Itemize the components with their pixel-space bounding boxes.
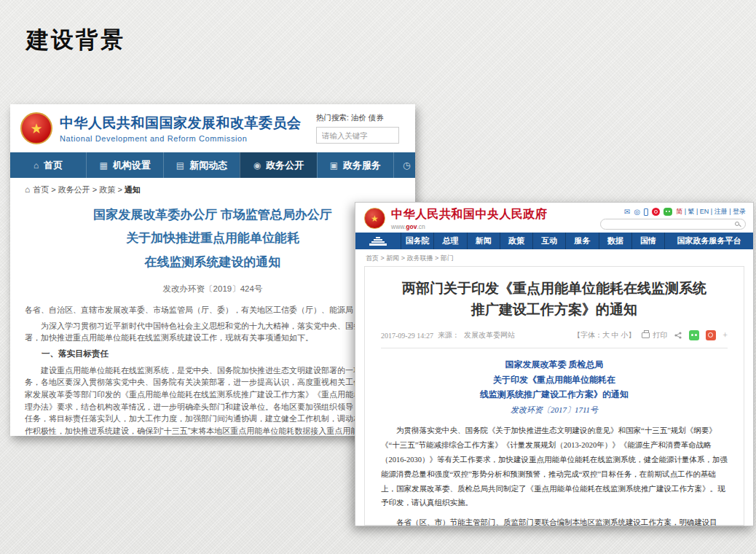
gov-window: ★ 中华人民共和国中央人民政府 www.gov.cn ✉ ◎ 简 | 繁 | E…	[355, 202, 754, 526]
language-links[interactable]: 简 | 繁 | EN | 注册 | 登录	[676, 207, 746, 216]
nav-item-services[interactable]: 服务	[565, 233, 598, 249]
document-number: 发改环资〔2017〕1711号	[381, 405, 728, 416]
institution-icon: ▦	[99, 160, 107, 171]
document-title-line: 国家发展改革委办公厅 市场监管总局办公厅	[25, 203, 401, 227]
ndrc-site-titles: 中华人民共和国国家发展和改革委员会 National Development a…	[60, 114, 302, 143]
section-heading-1: 一、落实目标责任	[25, 348, 401, 360]
ndrc-header-right: 热门搜索: 油价 债券	[316, 113, 405, 144]
document-title-line: 在线监测系统建设的通知	[25, 251, 401, 274]
breadcrumb-current: 通知	[125, 185, 141, 194]
search-icon	[735, 222, 739, 226]
mobile-icon[interactable]	[644, 208, 648, 216]
article-meta: 2017-09-29 14:27 来源： 发展改革委网站 【字体：大 中 小】 …	[381, 330, 728, 341]
nav-item-home[interactable]: ⌂ 首页	[10, 152, 86, 178]
printer-icon	[642, 332, 650, 338]
salutation: 各省、自治区、直辖市发展改革委、市场监管局（厅、委），有关地区工信委（厅）、能源…	[25, 304, 401, 316]
document-number: 发改办环资〔2019〕424号	[25, 284, 401, 294]
nav-item-label: 政务服务	[343, 159, 381, 172]
nav-item-disclosure[interactable]: ◉ 政务公开	[240, 152, 316, 178]
share-wechat-icon[interactable]	[689, 330, 699, 340]
nav-item-services[interactable]: ▣ 政务服务	[317, 152, 393, 178]
nav-item-label: 首页	[44, 159, 63, 172]
gov-site-url: www.gov.cn	[391, 223, 548, 230]
document-body: 为贯彻落实党中央、国务院《关于加快推进生态文明建设的意见》和国家“十三五”规划《…	[381, 424, 728, 526]
nav-item-premier[interactable]: 总理	[433, 233, 466, 249]
wechat-icon[interactable]	[664, 208, 672, 216]
article-meta-left: 2017-09-29 14:27 来源： 发展改革委网站	[381, 330, 515, 340]
article-title: 两部门关于印发《重点用能单位能耗在线监测系统推广建设工作方案》的通知	[381, 278, 728, 321]
home-icon: ⌂	[25, 184, 30, 195]
nav-item-label: 机构设置	[113, 159, 151, 172]
font-size-widget[interactable]: 【字体：大 中 小】	[573, 330, 635, 340]
document-title-line: 关于加快推进重点用能单位能耗	[25, 227, 401, 250]
paragraph: 建设重点用能单位能耗在线监测系统，是党中央、国务院加快推进生态文明建设部署的一项…	[25, 364, 401, 436]
article-meta-right: 【字体：大 中 小】 打印 +	[573, 330, 728, 341]
services-icon: ▣	[330, 160, 338, 171]
gov-header-icons: ✉ ◎ 简 | 繁 | EN | 注册 | 登录	[624, 207, 746, 216]
paragraph: 各省（区、市）节能主管部门、质监部门要联合编制本地区监测系统建设工作方案，明确建…	[381, 515, 728, 526]
ndrc-emblem-logo: ★	[20, 112, 52, 144]
ndrc-site-title: 中华人民共和国国家发展和改革委员会	[60, 114, 302, 133]
hot-search-label[interactable]: 热门搜索: 油价 债券	[316, 113, 405, 123]
clock-icon: ◷	[403, 160, 410, 171]
nav-item-institutions[interactable]: ▦ 机构设置	[86, 152, 162, 178]
share-weibo-icon[interactable]	[706, 330, 716, 340]
breadcrumb[interactable]: 首页 > 新闻 > 政务联播 > 部门	[355, 249, 753, 266]
document-heading: 国家发展改革委 质检总局 关于印发《重点用能单位能耗在 线监测系统推广建设工作方…	[381, 357, 728, 402]
news-icon: ▤	[176, 160, 184, 171]
nav-item-home[interactable]	[355, 233, 401, 249]
nav-item-news[interactable]: ▤ 新闻动态	[163, 152, 240, 178]
document-heading-line: 关于印发《重点用能单位能耗在	[381, 372, 728, 388]
weibo-icon[interactable]	[652, 208, 660, 216]
nav-item-interaction[interactable]: 互动	[532, 233, 565, 249]
nav-item-more[interactable]: ◷	[393, 152, 415, 178]
gov-header-right: ✉ ◎ 简 | 繁 | EN | 注册 | 登录	[600, 207, 746, 230]
emblem-star-icon: ★	[371, 214, 379, 223]
search-input[interactable]	[316, 127, 399, 144]
share-more-button[interactable]: +	[722, 330, 728, 341]
source-link[interactable]: 发展改革委网站	[464, 330, 515, 340]
nav-item-label: 政务公开	[266, 159, 304, 172]
divider	[381, 348, 728, 348]
gov-emblem-logo: ★	[364, 208, 385, 229]
nav-item-news[interactable]: 新闻	[467, 233, 500, 249]
gov-header: ★ 中华人民共和国中央人民政府 www.gov.cn ✉ ◎ 简 | 繁 | E…	[355, 203, 753, 233]
nav-item-data[interactable]: 数据	[599, 233, 631, 249]
print-button[interactable]: 打印	[642, 330, 667, 340]
ndrc-nav: ⌂ 首页 ▦ 机构设置 ▤ 新闻动态 ◉ 政务公开 ▣ 政务服务 ◷	[10, 152, 415, 178]
page-title: 建设背景	[26, 25, 125, 55]
nav-item-service-platform[interactable]: 国家政务服务平台	[664, 233, 753, 249]
tiananmen-icon	[369, 237, 387, 246]
share-icon[interactable]	[674, 331, 682, 340]
mail-icon[interactable]: ✉	[624, 208, 630, 216]
nav-item-state-council[interactable]: 国务院	[401, 233, 433, 249]
search-input[interactable]	[600, 219, 746, 230]
paragraph: 为贯彻落实党中央、国务院《关于加快推进生态文明建设的意见》和国家“十三五”规划《…	[381, 424, 728, 511]
rss-icon[interactable]: ◎	[634, 208, 640, 216]
nav-item-national[interactable]: 国情	[631, 233, 664, 249]
ndrc-header: ★ 中华人民共和国国家发展和改革委员会 National Development…	[10, 104, 415, 152]
breadcrumb-path: 首页 > 政务公开 > 政策 >	[33, 185, 125, 194]
ndrc-site-subtitle: National Development and Reform Commissi…	[60, 134, 302, 143]
home-icon: ⌂	[34, 160, 39, 171]
document-heading-line: 国家发展改革委 质检总局	[381, 357, 728, 372]
gov-site-title: 中华人民共和国中央人民政府	[391, 207, 548, 222]
gov-nav: 国务院 总理 新闻 政策 互动 服务 数据 国情 国家政务服务平台	[355, 233, 753, 249]
gov-site-titles: 中华人民共和国中央人民政府 www.gov.cn	[391, 207, 548, 230]
breadcrumb[interactable]: ⌂首页 > 政务公开 > 政策 > 通知	[25, 184, 401, 195]
source-label: 来源：	[438, 330, 460, 340]
disclosure-icon: ◉	[253, 160, 261, 171]
paragraph: 为深入学习贯彻习近平新时代中国特色社会主义思想和党的十九大精神，落实党中央、国务…	[25, 320, 401, 344]
document-heading-line: 线监测系统推广建设工作方案》的通知	[381, 387, 728, 402]
nav-item-label: 新闻动态	[189, 159, 227, 172]
document-body: 各省、自治区、直辖市发展改革委、市场监管局（厅、委），有关地区工信委（厅）、能源…	[25, 304, 401, 436]
document-title: 国家发展改革委办公厅 市场监管总局办公厅 关于加快推进重点用能单位能耗 在线监测…	[25, 203, 401, 274]
emblem-star-icon: ★	[30, 122, 42, 136]
publish-date: 2017-09-29 14:27	[381, 332, 433, 340]
article-panel: 两部门关于印发《重点用能单位能耗在线监测系统推广建设工作方案》的通知 2017-…	[364, 266, 744, 526]
nav-item-policy[interactable]: 政策	[500, 233, 532, 249]
